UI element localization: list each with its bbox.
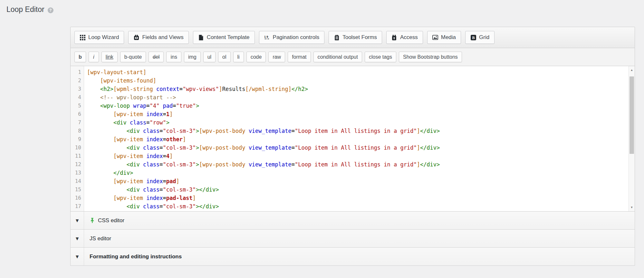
access-lock-icon — [391, 35, 397, 40]
toolbar-button-access[interactable]: Access — [386, 31, 423, 44]
code-line: [wpv-item index=other] — [87, 135, 627, 144]
section-css-editor: ▼CSS editor — [70, 212, 635, 230]
line-number: 5 — [71, 102, 84, 110]
line-number: 14 — [71, 177, 84, 185]
quicktag-button-ins[interactable]: ins — [166, 52, 181, 62]
toolbar-button-fields-and-views[interactable]: Fields and Views — [128, 31, 188, 44]
line-number: 11 — [71, 152, 84, 160]
code-line: <!-- wpv-loop-start --> — [87, 93, 627, 102]
content-template-page-icon — [198, 35, 204, 40]
quicktag-button-ol[interactable]: ol — [218, 52, 230, 62]
quicktag-button-img[interactable]: img — [184, 52, 201, 62]
pagination-19-icon: 19 — [264, 35, 270, 40]
chevron-down-icon: ▼ — [76, 236, 79, 241]
chevron-down-icon: ▼ — [76, 218, 79, 223]
svg-text:B: B — [472, 35, 475, 40]
quicktag-button-b[interactable]: b — [74, 52, 86, 62]
toolbar-button-label: Toolset Forms — [342, 34, 377, 41]
line-number: 3 — [71, 85, 84, 93]
code-editor[interactable]: 1234567891011121314151617 [wpv-layout-st… — [70, 66, 635, 212]
toolbar-button-loop-wizard[interactable]: Loop Wizard — [74, 31, 124, 44]
section-js-editor: ▼JS editor — [70, 230, 635, 248]
code-line: <div class="col-sm-3">[wpv-post-body vie… — [87, 144, 627, 152]
line-number: 12 — [71, 160, 84, 169]
help-icon[interactable]: ? — [48, 7, 53, 13]
collapse-toggle[interactable]: ▼ — [71, 230, 84, 247]
quicktag-button-conditional-output[interactable]: conditional output — [313, 52, 362, 62]
pin-icon — [90, 218, 95, 223]
code-line: <h2>[wpml-string context="wpv-views"]Res… — [87, 85, 627, 93]
editor-toolbar: Loop WizardFields and ViewsContent Templ… — [70, 27, 635, 48]
section-label: Formatting and editing instructions — [90, 253, 182, 260]
media-image-icon — [432, 35, 438, 40]
line-number: 9 — [71, 135, 84, 144]
page-header: Loop Editor ? — [6, 5, 53, 14]
quicktag-button-i[interactable]: i — [89, 52, 99, 62]
toolbar-button-grid[interactable]: BGrid — [465, 31, 495, 44]
line-number: 13 — [71, 169, 84, 177]
code-line: [wpv-item index=pad-last] — [87, 194, 627, 202]
toolbar-button-label: Access — [400, 34, 418, 41]
section-label: JS editor — [90, 235, 111, 242]
collapse-toggle[interactable]: ▼ — [71, 212, 84, 229]
scrollbar-thumb[interactable] — [630, 76, 634, 154]
line-number: 16 — [71, 194, 84, 202]
vertical-scrollbar[interactable]: ▲ ▼ — [629, 66, 635, 211]
toolset-forms-clipboard-icon — [334, 35, 340, 40]
quicktag-button-close-tags[interactable]: close tags — [365, 52, 396, 62]
line-number: 7 — [71, 118, 84, 127]
quicktag-button-del[interactable]: del — [149, 52, 164, 62]
loop-wizard-grid-icon — [80, 35, 85, 40]
quicktag-button-show-bootstrap-buttons[interactable]: Show Bootstrap buttons — [399, 52, 462, 62]
quicktag-button-link[interactable]: link — [101, 52, 118, 62]
code-line: <div class="col-sm-3">[wpv-post-body vie… — [87, 127, 627, 135]
quicktag-button-raw[interactable]: raw — [268, 52, 285, 62]
toolbar-button-media[interactable]: Media — [427, 31, 461, 44]
toolbar-button-label: Fields and Views — [142, 34, 183, 41]
svg-text:9: 9 — [266, 35, 268, 38]
toolbar-button-content-template[interactable]: Content Template — [193, 31, 255, 44]
code-line: [wpv-item index=1] — [87, 110, 627, 118]
section-label: CSS editor — [98, 217, 124, 224]
code-line: <wpv-loop wrap="4" pad="true"> — [87, 102, 627, 110]
code-line: [wpv-layout-start] — [87, 68, 627, 76]
chevron-down-icon: ▼ — [76, 254, 79, 259]
line-number: 17 — [71, 202, 84, 211]
section-formatting-and-editing-instructions: ▼Formatting and editing instructions — [70, 248, 635, 266]
fields-and-views-icon — [133, 35, 139, 40]
scroll-up-icon[interactable]: ▲ — [629, 67, 635, 73]
toolbar-button-toolset-forms[interactable]: Toolset Forms — [329, 31, 382, 44]
quicktag-button-code[interactable]: code — [246, 52, 266, 62]
line-number: 1 — [71, 68, 84, 76]
code-line: [wpv-item index=pad] — [87, 177, 627, 185]
quicktag-button-format[interactable]: format — [288, 52, 311, 62]
code-line: <div class="row"> — [87, 118, 627, 127]
toolbar-button-label: Media — [441, 34, 456, 41]
svg-text:1: 1 — [264, 35, 266, 38]
section-header[interactable]: JS editor — [84, 230, 635, 247]
line-number-gutter: 1234567891011121314151617 — [71, 66, 84, 211]
line-number: 2 — [71, 76, 84, 85]
code-line: <div class="col-sm-3">[wpv-post-body vie… — [87, 160, 627, 169]
loop-editor-panel: Loop WizardFields and ViewsContent Templ… — [70, 27, 635, 266]
section-header[interactable]: CSS editor — [84, 212, 635, 229]
collapse-toggle[interactable]: ▼ — [71, 248, 84, 265]
code-line: [wpv-item index=4] — [87, 152, 627, 160]
collapsible-sections: ▼CSS editor▼JS editor▼Formatting and edi… — [70, 212, 635, 266]
toolbar-button-label: Content Template — [207, 34, 250, 41]
scroll-down-icon[interactable]: ▼ — [629, 204, 635, 211]
page-title: Loop Editor — [6, 5, 44, 14]
bootstrap-grid-icon: B — [470, 35, 476, 40]
quicktag-button-b-quote[interactable]: b-quote — [120, 52, 146, 62]
section-header[interactable]: Formatting and editing instructions — [84, 248, 635, 265]
line-number: 4 — [71, 93, 84, 102]
toolbar-button-label: Pagination controls — [273, 34, 320, 41]
line-number: 15 — [71, 185, 84, 194]
quicktag-button-ul[interactable]: ul — [203, 52, 216, 62]
toolbar-button-label: Grid — [479, 34, 489, 41]
quicktag-button-li[interactable]: li — [233, 52, 244, 62]
line-number: 8 — [71, 127, 84, 135]
line-number: 6 — [71, 110, 84, 118]
toolbar-button-pagination-controls[interactable]: 19Pagination controls — [259, 31, 325, 44]
code-content[interactable]: [wpv-layout-start] [wpv-items-found] <h2… — [84, 66, 635, 211]
